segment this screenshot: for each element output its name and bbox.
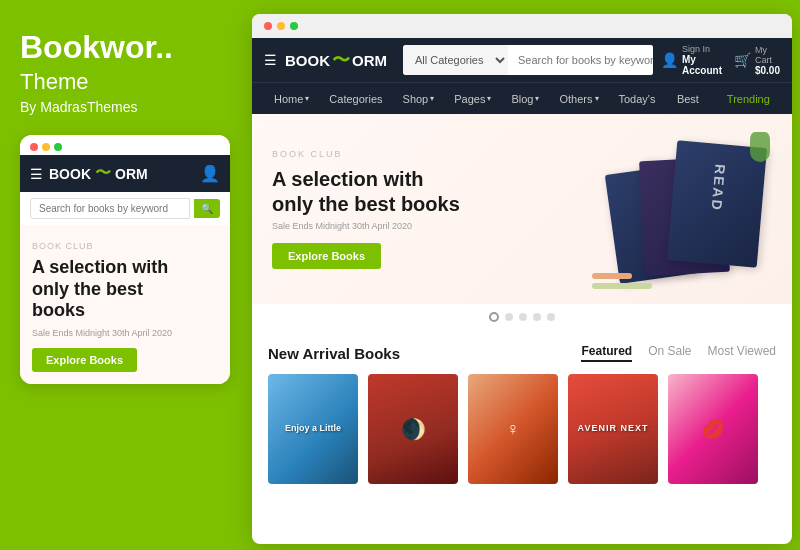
book-cover-2: 🌒 <box>368 374 458 484</box>
nav-home[interactable]: Home ▾ <box>264 83 319 115</box>
nav-others-arrow: ▾ <box>595 83 599 115</box>
dot-green <box>54 143 62 151</box>
desktop-nav2: Home ▾ Categories Shop ▾ Pages ▾ Blog ▾ … <box>252 82 792 114</box>
nav-blog-arrow: ▾ <box>535 83 539 115</box>
tab-on-sale[interactable]: On Sale <box>648 344 691 362</box>
new-arrival-section: New Arrival Books Featured On Sale Most … <box>252 330 792 494</box>
left-panel: Bookwor.. Theme By MadrasThemes ☰ BOOK 〜… <box>0 0 248 550</box>
dot-yellow <box>42 143 50 151</box>
desktop-logo-text: BOOK <box>285 52 330 69</box>
hero-sale-text: Sale Ends Midnight 30th April 2020 <box>272 221 512 231</box>
slider-dot-5[interactable] <box>547 313 555 321</box>
nav-blog[interactable]: Blog ▾ <box>501 83 549 115</box>
user-icon: 👤 <box>661 52 678 68</box>
arrival-tabs: Featured On Sale Most Viewed <box>581 344 776 362</box>
nav-pages-arrow: ▾ <box>487 83 491 115</box>
my-account-label: My Account <box>682 54 722 76</box>
browser-top-bar <box>252 14 792 38</box>
theme-subtitle: Theme <box>20 69 228 95</box>
book-text-front: READ <box>708 163 728 212</box>
book-card-5: 💋 <box>668 374 758 484</box>
hero-image-area: B∞KS TAKE READ <box>532 114 792 304</box>
slider-dots <box>252 304 792 330</box>
slider-dot-4[interactable] <box>533 313 541 321</box>
book-card-2: 🌒 <box>368 374 458 484</box>
book-card-3: ♀ <box>468 374 558 484</box>
book-cover-5: 💋 <box>668 374 758 484</box>
mobile-logo-rest: ORM <box>115 166 148 182</box>
decoration-bar-2 <box>592 283 652 289</box>
nav-todays-deals[interactable]: Today's Deals <box>609 83 667 115</box>
tab-most-viewed[interactable]: Most Viewed <box>708 344 776 362</box>
books-grid: Enjoy a Little 🌒 ♀ AVENIR NEXT <box>268 374 776 484</box>
nav-others-label: Others <box>559 83 592 115</box>
hero-title: A selection with only the best books <box>272 167 512 217</box>
book-card-1: Enjoy a Little <box>268 374 358 484</box>
cart-price: $0.00 <box>755 65 780 76</box>
new-arrival-title: New Arrival Books <box>268 345 400 362</box>
book-title-5: 💋 <box>702 418 724 440</box>
desktop-search-container: All Categories 🔍 <box>403 45 653 75</box>
desktop-logo-wave-icon: 〜 <box>332 48 350 72</box>
nav-account-area: 👤 Sign In My Account 🛒 My Cart $0.00 <box>661 44 780 76</box>
decoration-bar <box>592 273 632 279</box>
nav-shop-arrow: ▾ <box>430 83 434 115</box>
mobile-search-button[interactable]: 🔍 <box>194 199 220 218</box>
mobile-hamburger-icon[interactable]: ☰ <box>30 166 43 182</box>
tab-featured[interactable]: Featured <box>581 344 632 362</box>
sign-in-label: Sign In <box>682 44 722 54</box>
nav-shop[interactable]: Shop ▾ <box>393 83 445 115</box>
nav-home-label: Home <box>274 83 303 115</box>
mobile-search-input[interactable] <box>30 198 190 219</box>
mobile-sale-text: Sale Ends Midnight 30th April 2020 <box>32 328 218 338</box>
nav2-right-area: Today's Deals Best Seller Trending Books <box>609 83 781 115</box>
book-title-4: AVENIR NEXT <box>578 423 649 435</box>
desktop-logo: BOOK 〜 ORM <box>285 48 387 72</box>
nav-pages-label: Pages <box>454 83 485 115</box>
desktop-search-input[interactable] <box>508 45 653 75</box>
plant-decoration <box>750 132 770 162</box>
nav-best-seller[interactable]: Best Seller <box>667 83 717 115</box>
desktop-hamburger-icon[interactable]: ☰ <box>264 52 277 68</box>
book-stack-illustration: B∞KS TAKE READ <box>542 124 782 294</box>
book-cover-1: Enjoy a Little <box>268 374 358 484</box>
hero-section: BOOK CLUB A selection with only the best… <box>252 114 792 304</box>
hero-title-line1: A selection with <box>272 168 424 190</box>
desktop-logo-rest: ORM <box>352 52 387 69</box>
nav-home-arrow: ▾ <box>305 83 309 115</box>
mobile-explore-button[interactable]: Explore Books <box>32 348 137 372</box>
slider-dot-active[interactable] <box>489 312 499 322</box>
nav-categories[interactable]: Categories <box>319 83 392 115</box>
book-cover-3: ♀ <box>468 374 558 484</box>
mobile-top-bar <box>20 135 230 155</box>
hero-explore-button[interactable]: Explore Books <box>272 243 381 269</box>
book-cover-4: AVENIR NEXT <box>568 374 658 484</box>
nav-shop-label: Shop <box>403 83 429 115</box>
mobile-user-icon[interactable]: 👤 <box>200 164 220 183</box>
cart-area[interactable]: 🛒 My Cart $0.00 <box>734 45 780 76</box>
mobile-logo: BOOK 〜 ORM <box>49 163 148 184</box>
mobile-hero-line3: books <box>32 300 85 320</box>
nav-categories-label: Categories <box>329 83 382 115</box>
new-arrival-header: New Arrival Books Featured On Sale Most … <box>268 344 776 362</box>
nav-pages[interactable]: Pages ▾ <box>444 83 501 115</box>
book-title-1: Enjoy a Little <box>285 423 341 435</box>
hero-content: BOOK CLUB A selection with only the best… <box>252 129 532 289</box>
nav-trending-books[interactable]: Trending Books <box>717 83 780 115</box>
mobile-logo-text: BOOK <box>49 166 91 182</box>
sign-in-area[interactable]: 👤 Sign In My Account <box>661 44 722 76</box>
browser-dot-green <box>290 22 298 30</box>
slider-dot-2[interactable] <box>505 313 513 321</box>
theme-author: By MadrasThemes <box>20 99 228 115</box>
hero-title-line2: only the best books <box>272 193 460 215</box>
slider-dot-3[interactable] <box>519 313 527 321</box>
desktop-preview: ☰ BOOK 〜 ORM All Categories 🔍 👤 Sign In … <box>252 14 792 544</box>
book-card-4: AVENIR NEXT <box>568 374 658 484</box>
theme-title: Bookwor.. <box>20 30 228 65</box>
hero-book-club-label: BOOK CLUB <box>272 149 512 159</box>
mobile-search-bar: 🔍 <box>20 192 230 225</box>
category-dropdown[interactable]: All Categories <box>403 45 508 75</box>
mobile-logo-wave: 〜 <box>95 163 111 184</box>
nav-others[interactable]: Others ▾ <box>549 83 608 115</box>
desktop-navbar: ☰ BOOK 〜 ORM All Categories 🔍 👤 Sign In … <box>252 38 792 82</box>
